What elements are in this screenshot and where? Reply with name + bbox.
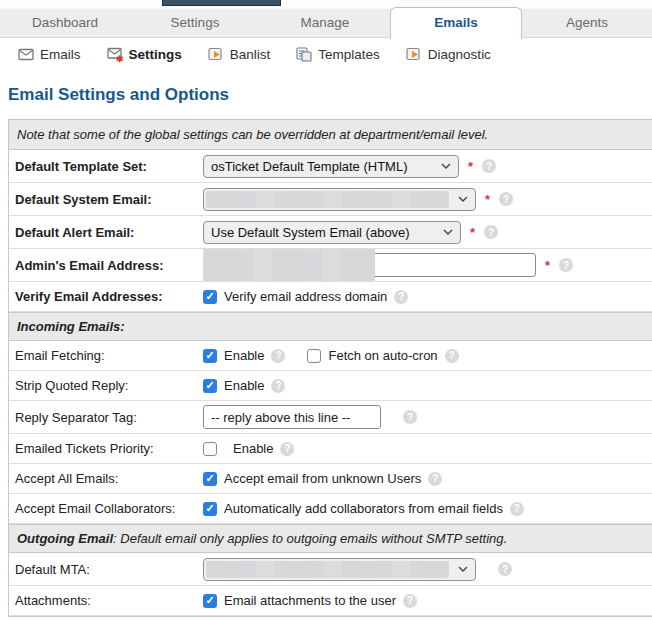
- help-icon[interactable]: ?: [484, 225, 498, 239]
- field-label: Reply Separator Tag:: [15, 410, 203, 425]
- auto-add-collaborators-checkbox[interactable]: ✓: [203, 502, 217, 516]
- redaction-blur: [206, 561, 449, 578]
- subnav-item-settings[interactable]: ✱ Settings: [107, 47, 182, 62]
- field-label: Default Template Set:: [15, 159, 203, 174]
- section-outgoing-email: Outgoing Email: Default email only appli…: [9, 524, 652, 553]
- row-email-fetching: Email Fetching: ✓ Enable ? Fetch on auto…: [9, 341, 652, 371]
- chevron-down-icon: [458, 196, 468, 202]
- checkbox-label: Automatically add collaborators from ema…: [224, 501, 503, 516]
- diagnostic-icon: [406, 47, 423, 62]
- email-subnav: Emails ✱ Settings Banlist Templates Diag…: [0, 38, 652, 71]
- email-fetching-enable-checkbox[interactable]: ✓: [203, 349, 217, 363]
- main-tabbar: Dashboard Settings Manage Emails Agents: [0, 8, 652, 38]
- default-mta-select[interactable]: [203, 558, 476, 581]
- checkbox-label: Enable: [233, 441, 273, 456]
- field-label: Strip Quoted Reply:: [15, 378, 203, 393]
- row-default-alert-email: Default Alert Email: Use Default System …: [9, 216, 652, 249]
- help-icon[interactable]: ?: [271, 379, 285, 393]
- subnav-label: Diagnostic: [428, 47, 491, 62]
- email-settings-table: Note that some of the global settings ca…: [8, 119, 652, 617]
- required-marker: *: [545, 258, 550, 273]
- checkbox-label: Accept email from unknown Users: [224, 471, 421, 486]
- help-icon[interactable]: ?: [280, 442, 294, 456]
- redaction-blur: [203, 249, 375, 281]
- email-attachments-checkbox[interactable]: ✓: [203, 594, 217, 608]
- emailed-priority-enable-checkbox[interactable]: [203, 442, 217, 456]
- checkbox-label: Enable: [224, 378, 264, 393]
- row-default-template-set: Default Template Set: osTicket Default T…: [9, 150, 652, 183]
- default-system-email-select[interactable]: [203, 188, 476, 211]
- field-label: Accept Email Collaborators:: [15, 501, 203, 516]
- global-note: Note that some of the global settings ca…: [9, 120, 652, 150]
- fetch-on-auto-cron-checkbox[interactable]: [307, 349, 321, 363]
- field-label: Default MTA:: [15, 562, 203, 577]
- row-default-system-email: Default System Email: * ?: [9, 183, 652, 216]
- subnav-label: Emails: [40, 47, 81, 62]
- row-attachments: Attachments: ✓ Email attachments to the …: [9, 586, 652, 616]
- field-label: Accept All Emails:: [15, 471, 203, 486]
- required-marker: *: [485, 192, 490, 207]
- subnav-label: Settings: [129, 47, 182, 62]
- tab-emails[interactable]: Emails: [390, 7, 522, 39]
- help-icon[interactable]: ?: [403, 410, 417, 424]
- chevron-down-icon: [441, 163, 451, 169]
- subnav-label: Banlist: [230, 47, 271, 62]
- row-accept-all-emails: Accept All Emails: ✓ Accept email from u…: [9, 464, 652, 494]
- checkbox-label: Fetch on auto-cron: [328, 348, 437, 363]
- row-verify-email-addresses: Verify Email Addresses: ✓ Verify email a…: [9, 282, 652, 312]
- accept-unknown-users-checkbox[interactable]: ✓: [203, 472, 217, 486]
- redaction-blur: [206, 191, 449, 208]
- checkbox-label: Email attachments to the user: [224, 593, 396, 608]
- help-icon[interactable]: ?: [403, 594, 417, 608]
- checkbox-label: Enable: [224, 348, 264, 363]
- strip-quoted-enable-checkbox[interactable]: ✓: [203, 379, 217, 393]
- field-label: Default Alert Email:: [15, 225, 203, 240]
- tab-settings[interactable]: Settings: [130, 8, 260, 38]
- required-marker: *: [470, 225, 475, 240]
- chevron-down-icon: [443, 229, 453, 235]
- field-label: Email Fetching:: [15, 348, 203, 363]
- banlist-icon: [208, 47, 225, 62]
- svg-text:✱: ✱: [116, 54, 124, 63]
- help-icon[interactable]: ?: [559, 258, 573, 272]
- field-label: Default System Email:: [15, 192, 203, 207]
- checkbox-label: Verify email address domain: [224, 289, 387, 304]
- default-alert-email-select[interactable]: Use Default System Email (above): [203, 221, 461, 244]
- help-icon[interactable]: ?: [482, 159, 496, 173]
- help-icon[interactable]: ?: [510, 502, 524, 516]
- row-reply-separator-tag: Reply Separator Tag: ?: [9, 401, 652, 434]
- help-icon[interactable]: ?: [394, 290, 408, 304]
- reply-separator-input[interactable]: [203, 405, 381, 429]
- verify-domain-checkbox[interactable]: ✓: [203, 290, 217, 304]
- subnav-item-banlist[interactable]: Banlist: [208, 47, 271, 62]
- tab-agents[interactable]: Agents: [522, 8, 652, 38]
- help-icon[interactable]: ?: [499, 192, 513, 206]
- tab-manage[interactable]: Manage: [260, 8, 390, 38]
- row-accept-email-collaborators: Accept Email Collaborators: ✓ Automatica…: [9, 494, 652, 524]
- field-label: Emailed Tickets Priority:: [15, 441, 203, 456]
- help-icon[interactable]: ?: [428, 472, 442, 486]
- tab-dashboard[interactable]: Dashboard: [0, 8, 130, 38]
- field-label: Admin's Email Address:: [15, 258, 203, 273]
- default-template-set-select[interactable]: osTicket Default Template (HTML): [203, 155, 459, 178]
- subnav-item-diagnostic[interactable]: Diagnostic: [406, 47, 491, 62]
- help-icon[interactable]: ?: [271, 349, 285, 363]
- envelope-icon: [18, 47, 35, 62]
- subnav-item-emails[interactable]: Emails: [18, 47, 81, 62]
- row-default-mta: Default MTA: ?: [9, 553, 652, 586]
- page-title: Email Settings and Options: [0, 71, 652, 105]
- subnav-item-templates[interactable]: Templates: [296, 47, 380, 62]
- subnav-label: Templates: [318, 47, 380, 62]
- field-label: Attachments:: [15, 593, 203, 608]
- field-label: Verify Email Addresses:: [15, 289, 203, 304]
- help-icon[interactable]: ?: [445, 349, 459, 363]
- row-admin-email-address: Admin's Email Address: * ?: [9, 249, 652, 282]
- envelope-settings-icon: ✱: [107, 47, 124, 62]
- header-strip: [0, 0, 652, 8]
- header-button-edge: [162, 0, 281, 6]
- row-strip-quoted-reply: Strip Quoted Reply: ✓ Enable ?: [9, 371, 652, 401]
- section-incoming-emails: Incoming Emails:: [9, 312, 652, 341]
- required-marker: *: [468, 159, 473, 174]
- help-icon[interactable]: ?: [498, 562, 512, 576]
- chevron-down-icon: [458, 566, 468, 572]
